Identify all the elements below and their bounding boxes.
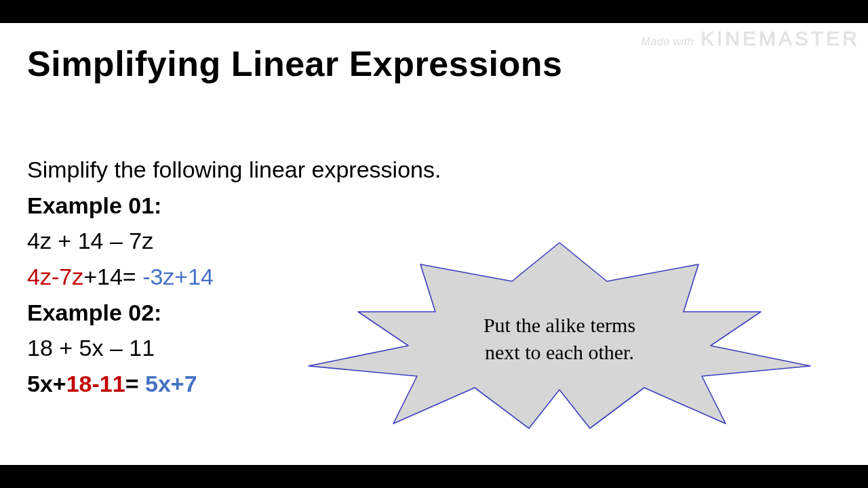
example1-step-red: 4z-7z <box>27 264 83 289</box>
watermark: Made with KINEMASTER <box>642 27 860 50</box>
example1-label: Example 01: <box>27 188 441 224</box>
video-stage: Made with KINEMASTER Simplifying Linear … <box>0 0 868 488</box>
callout-star: Put the alike terms next to each other. <box>305 237 814 434</box>
callout-line1: Put the alike terms <box>484 314 635 336</box>
example1-step-mid: +14= <box>83 264 142 289</box>
watermark-small: Made with <box>642 36 694 48</box>
example2-step-red: 18-11 <box>66 371 125 396</box>
instruction: Simplify the following linear expression… <box>27 152 441 188</box>
page-title: Simplifying Linear Expressions <box>27 43 562 84</box>
example2-step-blue: 5x+7 <box>145 371 197 396</box>
watermark-big: KINEMASTER <box>701 27 860 50</box>
example1-step-blue: -3z+14 <box>142 264 214 289</box>
example2-step-eq: = <box>125 371 145 396</box>
callout-line2: next to each other. <box>485 341 634 363</box>
example2-step-a: 5x+ <box>27 371 66 396</box>
star-icon: Put the alike terms next to each other. <box>305 237 814 434</box>
slide: Made with KINEMASTER Simplifying Linear … <box>0 23 868 465</box>
